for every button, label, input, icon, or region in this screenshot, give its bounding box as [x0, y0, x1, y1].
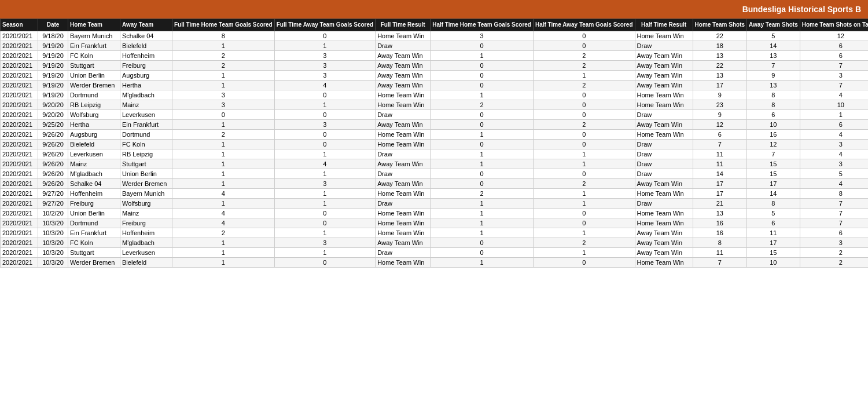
table-cell: 6: [800, 41, 868, 51]
table-cell: Home Team Win: [376, 218, 431, 228]
table-cell: 3: [800, 159, 868, 169]
table-cell: 0: [533, 100, 635, 110]
table-cell: 6: [800, 120, 868, 130]
table-cell: 4: [800, 149, 868, 159]
table-cell: Draw: [376, 248, 431, 258]
table-cell: Draw: [376, 149, 431, 159]
table-row: 2020/20219/26/20Schalke 04Werder Bremen1…: [1, 179, 869, 189]
table-cell: 6: [800, 51, 868, 61]
table-cell: Home Team Win: [376, 209, 431, 218]
table-cell: 4: [172, 189, 275, 199]
table-cell: Away Team Win: [376, 61, 431, 71]
table-cell: 14: [747, 189, 800, 199]
table-cell: 2: [172, 228, 275, 238]
col-header-date: Date: [38, 19, 68, 31]
table-cell: 0: [533, 209, 635, 218]
table-cell: Ein Frankfurt: [68, 228, 120, 238]
table-cell: 0: [172, 110, 275, 120]
table-cell: 3: [800, 238, 868, 248]
table-cell: 0: [431, 140, 534, 149]
table-cell: 8: [800, 189, 868, 199]
table-cell: 18: [693, 41, 747, 51]
table-cell: 1: [431, 218, 534, 228]
table-cell: 2020/2021: [1, 71, 38, 81]
table-cell: 15: [747, 169, 800, 179]
table-cell: 4: [800, 130, 868, 140]
table-cell: 1: [274, 100, 375, 110]
table-cell: Union Berlin: [68, 209, 120, 218]
table-cell: 7: [747, 149, 800, 159]
table-cell: 4: [800, 179, 868, 189]
table-cell: 1: [172, 238, 275, 248]
table-cell: 1: [431, 130, 534, 140]
table-cell: Union Berlin: [120, 169, 172, 179]
table-cell: 16: [693, 228, 747, 238]
table-cell: 2: [533, 61, 635, 71]
table-cell: 17: [693, 189, 747, 199]
table-cell: 1: [533, 248, 635, 258]
col-header-fthg: Full Time Home Team Goals Scored: [172, 19, 275, 31]
table-cell: Away Team Win: [635, 179, 693, 189]
table-cell: 0: [431, 81, 534, 90]
table-row: 2020/20219/26/20MainzStuttgart14Away Tea…: [1, 159, 869, 169]
table-cell: Away Team Win: [376, 238, 431, 248]
table-cell: Mainz: [120, 100, 172, 110]
table-cell: 3: [274, 238, 375, 248]
table-cell: Ein Frankfurt: [120, 120, 172, 130]
table-cell: Hoffenheim: [68, 189, 120, 199]
table-cell: 9: [693, 90, 747, 100]
table-cell: FC Koln: [68, 238, 120, 248]
col-header-ftag: Full Time Away Team Goals Scored: [274, 19, 375, 31]
table-cell: 13: [747, 51, 800, 61]
table-cell: Dortmund: [120, 130, 172, 140]
table-row: 2020/202110/3/20StuttgartLeverkusen11Dra…: [1, 248, 869, 258]
table-cell: Away Team Win: [635, 228, 693, 238]
col-header-htr: Half Time Result: [635, 19, 693, 31]
table-cell: Away Team Win: [635, 71, 693, 81]
table-cell: Away Team Win: [376, 81, 431, 90]
table-cell: 17: [693, 179, 747, 189]
table-cell: 2: [533, 51, 635, 61]
table-cell: 5: [747, 209, 800, 218]
table-cell: Draw: [635, 159, 693, 169]
table-cell: FC Koln: [68, 51, 120, 61]
table-cell: Home Team Win: [376, 130, 431, 140]
table-cell: 0: [274, 130, 375, 140]
table-cell: 13: [693, 71, 747, 81]
table-cell: 1: [533, 149, 635, 159]
table-cell: 4: [274, 81, 375, 90]
table-row: 2020/202110/3/20Ein FrankfurtHoffenheim2…: [1, 228, 869, 238]
table-cell: Away Team Win: [376, 159, 431, 169]
table-row: 2020/20219/19/20Union BerlinAugsburg13Aw…: [1, 71, 869, 81]
table-cell: 2020/2021: [1, 238, 38, 248]
table-cell: 8: [693, 238, 747, 248]
table-cell: 1: [274, 189, 375, 199]
table-cell: 9/27/20: [38, 199, 68, 209]
table-cell: 2020/2021: [1, 209, 38, 218]
table-cell: 2: [800, 248, 868, 258]
table-cell: 1: [274, 248, 375, 258]
table-cell: 15: [747, 159, 800, 169]
table-cell: Schalke 04: [68, 179, 120, 189]
table-cell: 1: [431, 51, 534, 61]
table-cell: 1: [533, 189, 635, 199]
table-cell: 2: [172, 130, 275, 140]
table-cell: 22: [693, 31, 747, 41]
table-cell: 0: [533, 130, 635, 140]
table-cell: Draw: [635, 110, 693, 120]
table-row: 2020/20219/18/20Bayern MunichSchalke 048…: [1, 31, 869, 41]
table-cell: 13: [747, 81, 800, 90]
table-cell: Stuttgart: [68, 61, 120, 71]
table-cell: 1: [172, 140, 275, 149]
table-cell: 0: [431, 238, 534, 248]
table-cell: 2020/2021: [1, 81, 38, 90]
col-header-season: Season: [1, 19, 38, 31]
table-cell: 1: [431, 258, 534, 268]
table-cell: 2020/2021: [1, 169, 38, 179]
table-cell: 2020/2021: [1, 31, 38, 41]
table-cell: 1: [274, 169, 375, 179]
table-cell: Augsburg: [120, 71, 172, 81]
table-cell: M'gladbach: [120, 90, 172, 100]
table-cell: Away Team Win: [635, 120, 693, 130]
table-cell: Home Team Win: [635, 130, 693, 140]
